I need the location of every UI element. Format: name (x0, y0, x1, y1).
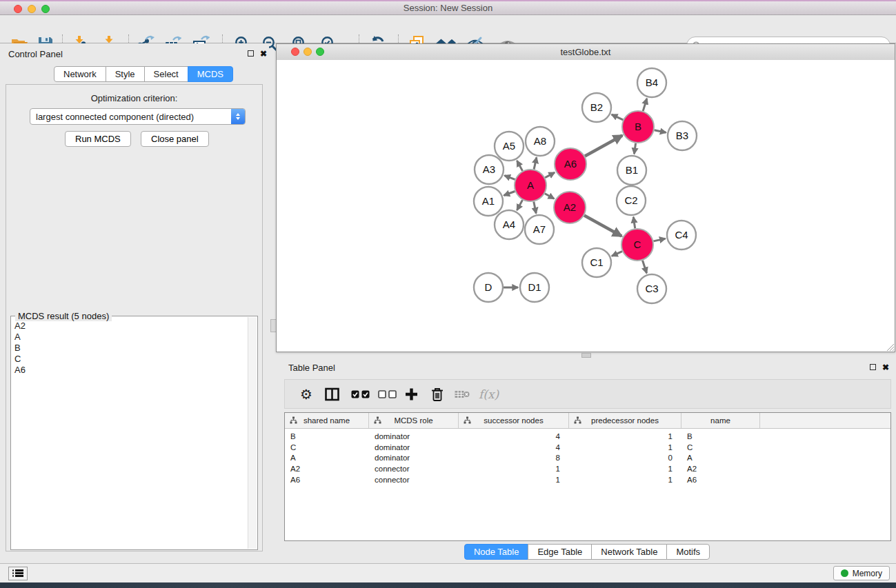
graph-edge-A6-B[interactable] (585, 136, 622, 156)
mcds-result-item[interactable]: B (14, 343, 248, 354)
graph-node-B2[interactable]: B2 (582, 93, 611, 122)
column-header-mcds-role[interactable]: MCDS role (369, 413, 459, 428)
table-row[interactable]: A6connector11A6 (285, 474, 890, 485)
graph-node-A[interactable]: A (515, 170, 546, 201)
graph-edge-A-A8[interactable] (534, 157, 537, 169)
graph-node-B3[interactable]: B3 (668, 121, 697, 150)
table-row[interactable]: A2connector11A2 (285, 463, 890, 474)
split-columns-icon[interactable] (325, 386, 339, 403)
delete-table-icon[interactable] (455, 386, 470, 403)
resize-grip-icon[interactable] (885, 342, 894, 351)
network-graph[interactable]: B4B2BB3A8A5A6B1A3AC2A1A2A4A7C4CC1C3DD1 (277, 60, 895, 352)
graph-node-B4[interactable]: B4 (637, 68, 666, 97)
mcds-result-item[interactable]: A2 (14, 321, 248, 332)
float-panel-icon[interactable] (248, 50, 254, 57)
tab-style[interactable]: Style (106, 66, 145, 82)
tab-network-table[interactable]: Network Table (591, 544, 667, 560)
select-all-checkboxes-icon[interactable] (351, 386, 370, 403)
mcds-result-item[interactable]: A6 (14, 365, 248, 376)
graph-node-C1[interactable]: C1 (582, 248, 611, 277)
memory-button[interactable]: Memory (833, 566, 890, 580)
graph-node-C3[interactable]: C3 (637, 274, 666, 303)
graph-edge-A-A4[interactable] (517, 200, 523, 210)
mcds-result-title: MCDS result (5 nodes) (15, 311, 112, 321)
float-table-panel-icon[interactable] (870, 364, 876, 370)
tab-edge-table[interactable]: Edge Table (528, 544, 592, 560)
graph-node-C4[interactable]: C4 (667, 221, 696, 250)
svg-text:B4: B4 (646, 77, 658, 88)
column-header-successor-nodes[interactable]: successor nodes (459, 413, 569, 428)
graph-edge-A-A5[interactable] (517, 161, 523, 171)
graph-node-B[interactable]: B (622, 111, 654, 143)
mcds-result-item[interactable]: C (14, 354, 248, 365)
column-header-predecessor-nodes[interactable]: predecessor nodes (569, 413, 681, 428)
svg-text:D: D (485, 281, 492, 293)
graph-node-B1[interactable]: B1 (617, 156, 646, 185)
control-panel-title: Control Panel (8, 49, 63, 59)
cell-predecessor: 0 (569, 454, 681, 462)
graph-edge-B-B1[interactable] (634, 143, 635, 154)
svg-text:A7: A7 (533, 223, 546, 235)
memory-status-icon (841, 569, 848, 577)
graph-node-A7[interactable]: A7 (525, 215, 554, 244)
graph-edge-C-C3[interactable] (643, 261, 647, 273)
graph-edge-A-A1[interactable] (504, 192, 515, 196)
table-row[interactable]: Bdominator41B (285, 431, 890, 442)
tab-mcds[interactable]: MCDS (188, 66, 233, 82)
mcds-result-box: MCDS result (5 nodes) A2ABCA6 (10, 316, 258, 550)
graph-edge-A-A2[interactable] (545, 194, 554, 199)
network-window-titlebar[interactable]: testGlobe.txt (277, 44, 895, 61)
graph-node-A5[interactable]: A5 (495, 132, 524, 161)
graph-edge-B-B4[interactable] (643, 99, 647, 111)
graph-edge-C-C4[interactable] (653, 239, 665, 241)
run-mcds-button[interactable]: Run MCDS (65, 131, 131, 147)
network-canvas[interactable]: B4B2BB3A8A5A6B1A3AC2A1A2A4A7C4CC1C3DD1 (277, 60, 895, 352)
graph-node-C[interactable]: C (621, 229, 653, 261)
graph-edge-A-A7[interactable] (534, 202, 536, 214)
desktop-background-strip (0, 582, 896, 588)
graph-node-A3[interactable]: A3 (475, 155, 504, 184)
graph-node-A6[interactable]: A6 (555, 148, 586, 180)
cell-mcds-role: connector (369, 476, 459, 484)
mcds-result-item[interactable]: A (14, 332, 248, 343)
graph-node-C2[interactable]: C2 (617, 186, 646, 215)
graph-node-D[interactable]: D (474, 273, 503, 302)
function-builder-icon[interactable]: f(x) (479, 386, 499, 403)
criterion-select[interactable]: largest connected component (directed) (30, 108, 246, 125)
tab-select[interactable]: Select (144, 66, 188, 82)
graph-edge-B-B3[interactable] (655, 130, 666, 132)
tab-node-table[interactable]: Node Table (464, 544, 529, 560)
close-panel-icon[interactable]: ✖ (260, 50, 267, 58)
table-row[interactable]: Cdominator41C (285, 442, 890, 453)
graph-edge-C-C1[interactable] (612, 252, 622, 256)
graph-node-A4[interactable]: A4 (495, 210, 524, 239)
task-history-button[interactable] (8, 567, 28, 580)
graph-edge-C-C2[interactable] (633, 217, 635, 228)
settings-gear-icon[interactable]: ⚙ (300, 386, 312, 403)
column-header-name[interactable]: name (681, 413, 760, 428)
column-header-shared-name[interactable]: shared name (285, 413, 369, 428)
graph-node-A8[interactable]: A8 (526, 127, 555, 156)
delete-column-icon[interactable] (431, 386, 444, 403)
graph-edge-A-A6[interactable] (545, 172, 555, 177)
svg-text:B1: B1 (626, 164, 638, 176)
table-row[interactable]: Adominator80A (285, 452, 890, 463)
svg-text:B: B (635, 121, 641, 132)
unselect-all-checkboxes-icon[interactable] (378, 386, 397, 403)
tab-motifs[interactable]: Motifs (666, 544, 710, 560)
graph-node-D1[interactable]: D1 (520, 273, 549, 302)
graph-edge-B-B2[interactable] (612, 114, 624, 120)
graph-edge-A-A3[interactable] (504, 176, 515, 180)
tab-network[interactable]: Network (54, 66, 106, 82)
mcds-result-list[interactable]: A2ABCA6 (12, 321, 248, 549)
window-titlebar: Session: New Session (0, 0, 896, 15)
cell-name: A (681, 454, 760, 462)
graph-edge-A2-C[interactable] (584, 216, 621, 236)
close-panel-button[interactable]: Close panel (141, 131, 209, 147)
horizontal-splitter-handle[interactable] (581, 353, 591, 358)
add-column-icon[interactable] (405, 386, 418, 403)
graph-node-A1[interactable]: A1 (474, 187, 503, 216)
graph-node-A2[interactable]: A2 (554, 192, 586, 223)
result-scrollbar[interactable] (248, 317, 257, 549)
close-table-panel-icon[interactable]: ✖ (882, 363, 889, 372)
